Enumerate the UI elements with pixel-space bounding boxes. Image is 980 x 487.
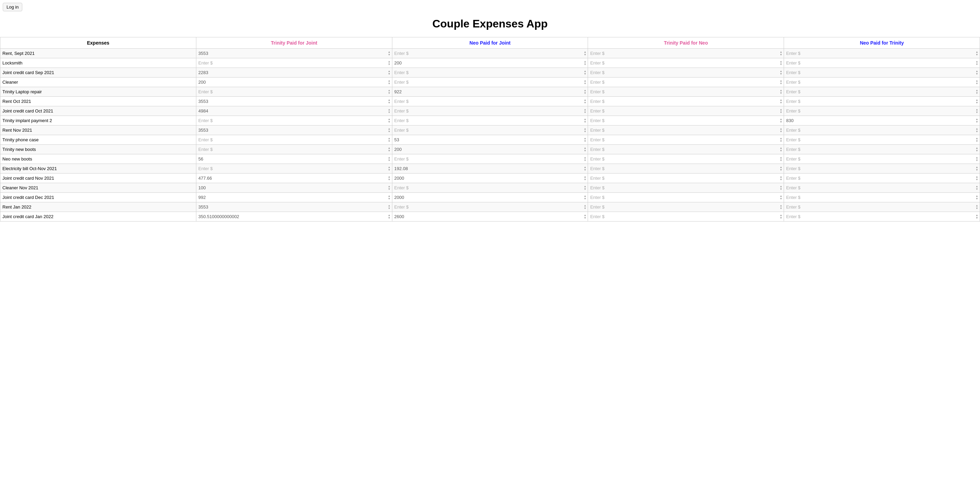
spinner-down[interactable]: ▼ (780, 82, 782, 85)
spinner-trinity-joint-amount[interactable]: ▲▼ (388, 176, 391, 181)
expense-name-input[interactable] (2, 184, 195, 192)
neo-joint-amount-input[interactable] (394, 136, 583, 144)
trinity-joint-amount-input[interactable] (198, 212, 387, 220)
spinner-neo-joint-amount[interactable]: ▲▼ (584, 185, 586, 191)
neo-trinity-amount-input[interactable] (785, 184, 975, 192)
expense-name-input[interactable] (2, 97, 195, 105)
spinner-neo-trinity-amount[interactable]: ▲▼ (975, 118, 978, 123)
spinner-neo-joint-amount[interactable]: ▲▼ (584, 137, 586, 143)
spinner-down[interactable]: ▼ (780, 111, 782, 114)
expense-name-input[interactable] (2, 212, 195, 220)
neo-trinity-amount-input[interactable] (785, 145, 975, 153)
spinner-neo-trinity-amount[interactable]: ▲▼ (975, 61, 978, 66)
spinner-down[interactable]: ▼ (780, 73, 782, 75)
spinner-down[interactable]: ▼ (584, 159, 586, 162)
spinner-trinity-joint-amount[interactable]: ▲▼ (388, 118, 391, 123)
spinner-trinity-neo-amount[interactable]: ▲▼ (780, 89, 782, 95)
expense-name-input[interactable] (2, 193, 195, 201)
expense-name-input[interactable] (2, 203, 195, 211)
spinner-neo-joint-amount[interactable]: ▲▼ (584, 89, 586, 95)
spinner-down[interactable]: ▼ (388, 217, 391, 219)
spinner-neo-joint-amount[interactable]: ▲▼ (584, 109, 586, 114)
expense-name-input[interactable] (2, 69, 195, 77)
spinner-trinity-joint-amount[interactable]: ▲▼ (388, 70, 391, 75)
expense-name-input[interactable] (2, 145, 195, 153)
spinner-down[interactable]: ▼ (388, 73, 391, 75)
spinner-trinity-joint-amount[interactable]: ▲▼ (388, 137, 391, 143)
spinner-down[interactable]: ▼ (975, 130, 978, 133)
spinner-down[interactable]: ▼ (388, 92, 391, 95)
neo-joint-amount-input[interactable] (394, 203, 583, 211)
spinner-trinity-neo-amount[interactable]: ▲▼ (780, 128, 782, 133)
spinner-neo-trinity-amount[interactable]: ▲▼ (975, 80, 978, 85)
spinner-trinity-joint-amount[interactable]: ▲▼ (388, 185, 391, 191)
spinner-down[interactable]: ▼ (584, 169, 586, 171)
trinity-neo-amount-input[interactable] (589, 97, 779, 105)
spinner-down[interactable]: ▼ (584, 102, 586, 104)
spinner-trinity-joint-amount[interactable]: ▲▼ (388, 80, 391, 85)
neo-trinity-amount-input[interactable] (785, 59, 975, 67)
spinner-down[interactable]: ▼ (780, 150, 782, 152)
spinner-down[interactable]: ▼ (780, 102, 782, 104)
spinner-down[interactable]: ▼ (388, 188, 391, 191)
neo-joint-amount-input[interactable] (394, 184, 583, 192)
neo-trinity-amount-input[interactable] (785, 203, 975, 211)
spinner-trinity-joint-amount[interactable]: ▲▼ (388, 128, 391, 133)
spinner-down[interactable]: ▼ (388, 169, 391, 171)
trinity-neo-amount-input[interactable] (589, 107, 779, 115)
spinner-neo-joint-amount[interactable]: ▲▼ (584, 156, 586, 162)
spinner-down[interactable]: ▼ (780, 169, 782, 171)
neo-trinity-amount-input[interactable] (785, 49, 975, 57)
trinity-neo-amount-input[interactable] (589, 117, 779, 125)
spinner-down[interactable]: ▼ (975, 121, 978, 123)
spinner-neo-joint-amount[interactable]: ▲▼ (584, 195, 586, 200)
trinity-joint-amount-input[interactable] (198, 174, 387, 182)
spinner-trinity-joint-amount[interactable]: ▲▼ (388, 195, 391, 200)
spinner-down[interactable]: ▼ (584, 207, 586, 210)
neo-joint-amount-input[interactable] (394, 174, 583, 182)
spinner-trinity-neo-amount[interactable]: ▲▼ (780, 204, 782, 210)
spinner-down[interactable]: ▼ (780, 121, 782, 123)
spinner-down[interactable]: ▼ (388, 63, 391, 66)
neo-joint-amount-input[interactable] (394, 97, 583, 105)
trinity-joint-amount-input[interactable] (198, 69, 387, 77)
spinner-down[interactable]: ▼ (975, 102, 978, 104)
trinity-joint-amount-input[interactable] (198, 78, 387, 86)
expense-name-input[interactable] (2, 136, 195, 144)
spinner-down[interactable]: ▼ (584, 198, 586, 200)
trinity-joint-amount-input[interactable] (198, 136, 387, 144)
spinner-down[interactable]: ▼ (584, 178, 586, 181)
expense-name-input[interactable] (2, 126, 195, 134)
trinity-joint-amount-input[interactable] (198, 97, 387, 105)
trinity-neo-amount-input[interactable] (589, 59, 779, 67)
trinity-neo-amount-input[interactable] (589, 69, 779, 77)
spinner-down[interactable]: ▼ (780, 178, 782, 181)
spinner-down[interactable]: ▼ (388, 82, 391, 85)
spinner-neo-joint-amount[interactable]: ▲▼ (584, 166, 586, 171)
neo-trinity-amount-input[interactable] (785, 69, 975, 77)
neo-joint-amount-input[interactable] (394, 59, 583, 67)
trinity-neo-amount-input[interactable] (589, 145, 779, 153)
expense-name-input[interactable] (2, 59, 195, 67)
trinity-joint-amount-input[interactable] (198, 107, 387, 115)
neo-joint-amount-input[interactable] (394, 126, 583, 134)
spinner-neo-trinity-amount[interactable]: ▲▼ (975, 89, 978, 95)
spinner-neo-trinity-amount[interactable]: ▲▼ (975, 214, 978, 219)
spinner-trinity-neo-amount[interactable]: ▲▼ (780, 214, 782, 219)
trinity-neo-amount-input[interactable] (589, 164, 779, 172)
spinner-trinity-neo-amount[interactable]: ▲▼ (780, 109, 782, 114)
spinner-down[interactable]: ▼ (584, 92, 586, 95)
expense-name-input[interactable] (2, 174, 195, 182)
spinner-down[interactable]: ▼ (780, 198, 782, 200)
spinner-neo-joint-amount[interactable]: ▲▼ (584, 70, 586, 75)
neo-joint-amount-input[interactable] (394, 88, 583, 96)
neo-trinity-amount-input[interactable] (785, 88, 975, 96)
spinner-neo-joint-amount[interactable]: ▲▼ (584, 99, 586, 104)
trinity-neo-amount-input[interactable] (589, 49, 779, 57)
spinner-trinity-joint-amount[interactable]: ▲▼ (388, 166, 391, 171)
trinity-joint-amount-input[interactable] (198, 59, 387, 67)
spinner-down[interactable]: ▼ (780, 217, 782, 219)
trinity-neo-amount-input[interactable] (589, 136, 779, 144)
spinner-down[interactable]: ▼ (975, 198, 978, 200)
spinner-neo-joint-amount[interactable]: ▲▼ (584, 204, 586, 210)
